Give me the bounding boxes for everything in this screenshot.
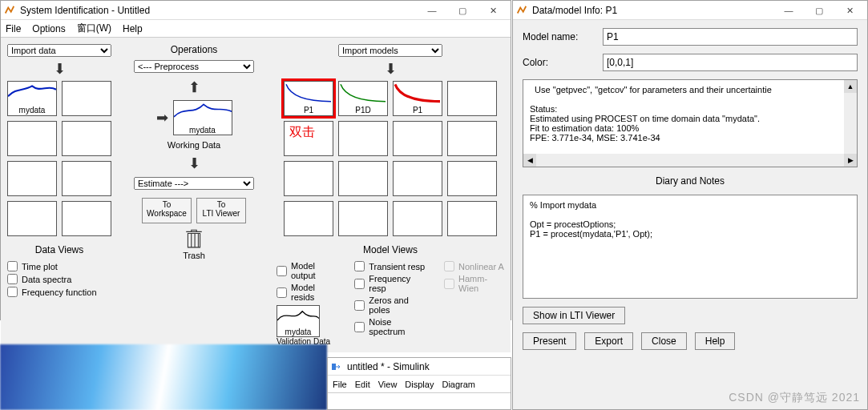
sysid-titlebar[interactable]: System Identification - Untitled — ▢ ✕ xyxy=(1,1,511,20)
show-lti-button[interactable]: Show in LTI Viewer xyxy=(523,307,625,324)
info-title: Data/model Info: P1 xyxy=(532,5,774,16)
ops-column: Operations <--- Preprocess ⬇ ➡ mydata Wo… xyxy=(127,44,260,260)
watermark: CSDN @守静笃远 2021 xyxy=(729,391,860,405)
data-views-title: Data Views xyxy=(35,244,83,255)
desktop-background xyxy=(0,344,327,410)
info-window: Data/model Info: P1 — ▢ ✕ Model name: Co… xyxy=(512,0,868,410)
sim-menu-display[interactable]: Display xyxy=(405,380,434,389)
help-button[interactable]: Help xyxy=(695,332,736,350)
sysid-title: System Identification - Untitled xyxy=(20,5,418,16)
model-slot-empty[interactable] xyxy=(338,161,388,196)
check-freq-resp[interactable]: Frequency resp xyxy=(354,274,428,293)
check-noise[interactable]: Noise spectrum xyxy=(354,317,428,336)
maximize-icon[interactable]: ▢ xyxy=(805,2,834,18)
matlab-icon xyxy=(516,5,527,16)
info-titlebar[interactable]: Data/model Info: P1 — ▢ ✕ xyxy=(513,1,867,20)
model-slot-p1b[interactable]: P1 xyxy=(393,81,442,116)
model-slot-empty[interactable] xyxy=(393,201,442,236)
data-slot-empty[interactable] xyxy=(62,201,111,236)
sim-menu-diagram[interactable]: Diagram xyxy=(442,380,475,389)
to-lti-button[interactable]: To LTI Viewer xyxy=(196,198,246,223)
arrow-down-icon: ⬇ xyxy=(54,60,66,78)
svg-rect-0 xyxy=(332,364,336,370)
model-name-input[interactable] xyxy=(603,28,858,46)
check-freq-func[interactable]: Frequency function xyxy=(7,287,97,297)
arrow-down-icon: ⬇ xyxy=(188,155,200,172)
menu-help[interactable]: Help xyxy=(123,23,143,34)
diary-title: Diary and Notes xyxy=(523,175,858,187)
scrollbar-horizontal[interactable]: ◀▶ xyxy=(523,154,857,167)
close-button[interactable]: Close xyxy=(641,332,687,350)
close-icon[interactable]: ✕ xyxy=(835,2,864,18)
data-slot-empty[interactable] xyxy=(7,161,57,196)
sysid-menubar: File Options 窗口(W) Help xyxy=(1,20,511,38)
model-slot-empty[interactable] xyxy=(447,161,497,196)
color-label: Color: xyxy=(523,57,595,68)
model-slot-empty[interactable] xyxy=(338,201,388,236)
data-slot-grid: mydata xyxy=(7,81,111,236)
sim-menu-file[interactable]: File xyxy=(333,380,347,389)
estimate-select[interactable]: Estimate ---> xyxy=(134,177,254,190)
check-data-spectra[interactable]: Data spectra xyxy=(7,274,97,284)
check-nonlinear: Nonlinear A xyxy=(444,261,504,271)
data-slot-mydata[interactable]: mydata xyxy=(7,81,57,116)
model-slot-empty[interactable] xyxy=(393,161,442,196)
model-slot-p1[interactable]: P1 xyxy=(284,81,333,116)
data-slot-empty[interactable] xyxy=(62,161,111,196)
arrow-down-icon: ⬇ xyxy=(385,60,397,78)
diary-panel[interactable]: % Import mydata Opt = procestOptions; P1… xyxy=(523,195,858,299)
model-slot-empty[interactable] xyxy=(447,121,497,156)
status-panel[interactable]: Use "getpvec", "getcov" for parameters a… xyxy=(523,79,858,167)
menu-window[interactable]: 窗口(W) xyxy=(77,22,111,35)
check-model-output[interactable]: Model output xyxy=(277,261,338,280)
model-slot-p1d[interactable]: P1D xyxy=(338,81,388,116)
import-models-select[interactable]: Import models xyxy=(338,44,442,57)
sysid-window: System Identification - Untitled — ▢ ✕ F… xyxy=(0,0,511,320)
red-annotation: 双击 xyxy=(289,124,315,141)
model-slot-empty[interactable] xyxy=(284,161,333,196)
menu-options[interactable]: Options xyxy=(32,23,65,34)
menu-file[interactable]: File xyxy=(6,23,21,34)
trash[interactable]: Trash xyxy=(183,228,205,260)
ops-title: Operations xyxy=(171,44,218,55)
model-name-label: Model name: xyxy=(523,31,595,42)
check-time-plot[interactable]: Time plot xyxy=(7,261,97,271)
minimize-icon[interactable]: — xyxy=(774,2,803,18)
model-slot-grid: P1 P1D P1 xyxy=(284,81,497,236)
import-data-select[interactable]: Import data xyxy=(7,44,111,57)
model-slot-empty[interactable] xyxy=(447,81,497,116)
data-slot-empty[interactable] xyxy=(62,81,111,116)
present-button[interactable]: Present xyxy=(523,332,576,350)
arrow-up-icon: ⬇ xyxy=(188,78,200,95)
preprocess-select[interactable]: <--- Preprocess xyxy=(134,60,254,73)
check-transient[interactable]: Transient resp xyxy=(354,261,428,271)
validation-thumb[interactable]: mydata xyxy=(277,305,320,337)
model-slot-empty[interactable] xyxy=(393,121,442,156)
data-slot-empty[interactable] xyxy=(7,121,57,156)
data-slot-empty[interactable] xyxy=(7,201,57,236)
sim-menu-view[interactable]: View xyxy=(378,380,398,389)
data-slot-empty[interactable] xyxy=(62,121,111,156)
sim-menu-edit[interactable]: Edit xyxy=(355,380,370,389)
model-slot-empty[interactable] xyxy=(447,201,497,236)
arrow-right-icon: ➡ xyxy=(156,109,168,127)
model-slot-empty[interactable] xyxy=(284,201,333,236)
to-workspace-button[interactable]: To Workspace xyxy=(142,198,192,223)
check-hamm: Hamm-Wien xyxy=(444,274,504,293)
color-input[interactable] xyxy=(603,54,858,71)
export-button[interactable]: Export xyxy=(584,332,633,350)
check-model-resids[interactable]: Model resids xyxy=(277,283,338,302)
check-zeros[interactable]: Zeros and poles xyxy=(354,295,428,315)
sysid-body: Import data ⬇ mydata Data Views xyxy=(1,38,511,352)
minimize-icon[interactable]: — xyxy=(418,2,446,18)
simulink-titlebar[interactable]: untitled * - Simulink xyxy=(328,358,511,376)
simulink-menubar: File Edit View Display Diagram xyxy=(328,376,511,393)
info-body: Model name: Color: Use "getpvec", "getco… xyxy=(513,20,867,392)
scrollbar-vertical[interactable]: ▲ xyxy=(844,80,857,154)
matlab-icon xyxy=(4,5,15,16)
simulink-window: untitled * - Simulink File Edit View Dis… xyxy=(327,357,511,410)
working-data-thumb[interactable]: mydata xyxy=(173,100,232,135)
maximize-icon[interactable]: ▢ xyxy=(448,2,477,18)
close-icon[interactable]: ✕ xyxy=(478,2,507,18)
model-slot-empty[interactable] xyxy=(338,121,388,156)
